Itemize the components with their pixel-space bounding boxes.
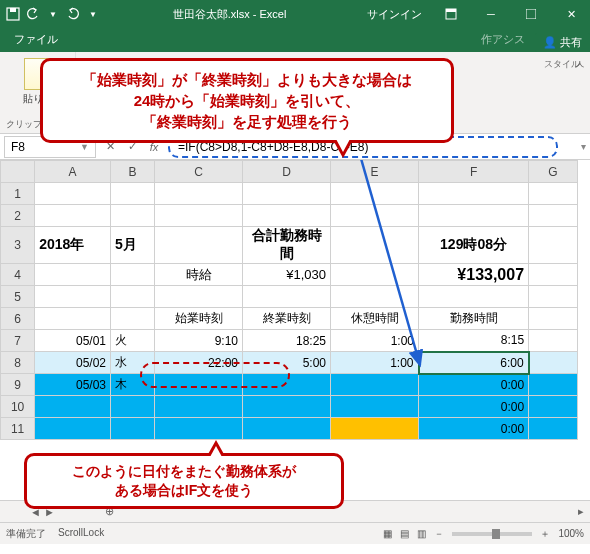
col-header[interactable]: E [331, 161, 419, 183]
cell[interactable]: 18:25 [243, 330, 331, 352]
view-layout-icon[interactable]: ▤ [400, 528, 409, 539]
row-header[interactable]: 3 [1, 227, 35, 264]
cell[interactable]: 9:10 [155, 330, 243, 352]
collapse-ribbon-icon[interactable]: ㅅ [573, 56, 586, 74]
qat-dropdown-icon[interactable]: ▼ [86, 7, 100, 21]
grid[interactable]: A B C D E F G 1 2 32018年5月合計勤務時間129時08分 … [0, 160, 578, 440]
ribbon-options-button[interactable] [432, 0, 470, 28]
cell[interactable]: 1:00 [331, 352, 419, 374]
cell[interactable] [331, 418, 419, 440]
cell[interactable] [155, 418, 243, 440]
cell[interactable]: 0:00 [419, 374, 529, 396]
cell[interactable] [243, 396, 331, 418]
scroll-right-icon[interactable]: ▸ [578, 505, 584, 518]
view-pagebreak-icon[interactable]: ▥ [417, 528, 426, 539]
zoom-out-icon[interactable]: － [434, 527, 444, 541]
cell[interactable] [111, 418, 155, 440]
zoom-level[interactable]: 100% [558, 528, 584, 539]
cell-active[interactable]: 6:00 [419, 352, 529, 374]
cell[interactable]: 8:15 [419, 330, 529, 352]
redo-icon[interactable] [66, 7, 80, 21]
row-header[interactable]: 7 [1, 330, 35, 352]
col-header[interactable]: B [111, 161, 155, 183]
cell[interactable] [529, 264, 578, 286]
signin-link[interactable]: サインイン [359, 7, 430, 22]
cell[interactable]: 5:00 [243, 352, 331, 374]
cell[interactable]: 0:00 [419, 418, 529, 440]
cell[interactable] [155, 227, 243, 264]
share-button[interactable]: 👤共有 [535, 33, 590, 52]
cell[interactable]: 1:00 [331, 330, 419, 352]
cell[interactable]: 129時08分 [419, 227, 529, 264]
view-normal-icon[interactable]: ▦ [383, 528, 392, 539]
cell[interactable]: 05/01 [35, 330, 111, 352]
row-header[interactable]: 10 [1, 396, 35, 418]
row-header[interactable]: 8 [1, 352, 35, 374]
col-header[interactable]: D [243, 161, 331, 183]
row-header[interactable]: 11 [1, 418, 35, 440]
redo-dropdown-icon[interactable]: ▼ [46, 7, 60, 21]
cell[interactable] [529, 330, 578, 352]
cell[interactable]: ¥1,030 [243, 264, 331, 286]
row-header[interactable]: 2 [1, 205, 35, 227]
cell[interactable] [331, 396, 419, 418]
cell[interactable] [35, 308, 111, 330]
cell[interactable]: 5月 [111, 227, 155, 264]
cell[interactable]: 勤務時間 [419, 308, 529, 330]
col-header[interactable]: C [155, 161, 243, 183]
tab-file[interactable]: ファイル [4, 28, 68, 52]
zoom-in-icon[interactable]: ＋ [540, 527, 550, 541]
row-header[interactable]: 9 [1, 374, 35, 396]
cell[interactable]: 合計勤務時間 [243, 227, 331, 264]
row-header[interactable]: 6 [1, 308, 35, 330]
cell[interactable] [111, 308, 155, 330]
expand-formula-icon[interactable]: ▾ [576, 141, 590, 152]
zoom-slider[interactable] [452, 532, 532, 536]
cell[interactable]: 2018年 [35, 227, 111, 264]
cell[interactable] [331, 374, 419, 396]
cell[interactable]: ¥133,007 [419, 264, 529, 286]
row-header[interactable]: 4 [1, 264, 35, 286]
cell[interactable] [155, 374, 243, 396]
cell[interactable] [529, 374, 578, 396]
cell[interactable]: 05/03 [35, 374, 111, 396]
cell[interactable]: 時給 [155, 264, 243, 286]
worksheet[interactable]: A B C D E F G 1 2 32018年5月合計勤務時間129時08分 … [0, 160, 590, 500]
maximize-button[interactable] [512, 0, 550, 28]
cell[interactable]: 22:00 [155, 352, 243, 374]
cell[interactable] [529, 418, 578, 440]
cell[interactable] [35, 264, 111, 286]
cell[interactable]: 始業時刻 [155, 308, 243, 330]
row-header[interactable]: 1 [1, 183, 35, 205]
cell[interactable]: 0:00 [419, 396, 529, 418]
col-header[interactable]: F [419, 161, 529, 183]
cell[interactable] [111, 396, 155, 418]
cell[interactable]: 水 [111, 352, 155, 374]
cell[interactable]: 05/02 [35, 352, 111, 374]
cell[interactable] [529, 396, 578, 418]
save-icon[interactable] [6, 7, 20, 21]
cell[interactable] [155, 396, 243, 418]
cell[interactable]: 休憩時間 [331, 308, 419, 330]
close-button[interactable]: ✕ [552, 0, 590, 28]
cell[interactable] [331, 264, 419, 286]
col-header[interactable]: G [529, 161, 578, 183]
minimize-button[interactable]: ─ [472, 0, 510, 28]
cell[interactable] [243, 418, 331, 440]
cell[interactable] [331, 227, 419, 264]
cell[interactable] [111, 264, 155, 286]
cell[interactable]: 火 [111, 330, 155, 352]
cell[interactable] [529, 227, 578, 264]
row-header[interactable]: 5 [1, 286, 35, 308]
tab-assist[interactable]: 作アシス [471, 28, 535, 52]
cell[interactable] [529, 352, 578, 374]
undo-icon[interactable] [26, 7, 40, 21]
cell[interactable] [529, 308, 578, 330]
cell[interactable] [243, 374, 331, 396]
select-all[interactable] [1, 161, 35, 183]
cell[interactable] [35, 396, 111, 418]
cell[interactable]: 終業時刻 [243, 308, 331, 330]
cell[interactable] [35, 418, 111, 440]
col-header[interactable]: A [35, 161, 111, 183]
cell[interactable]: 木 [111, 374, 155, 396]
